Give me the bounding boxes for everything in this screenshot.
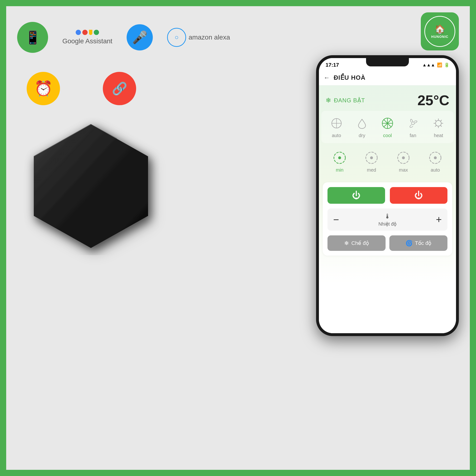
mode-heat-icon xyxy=(431,116,446,131)
hunonic-text: HUNONIC xyxy=(431,35,448,38)
svg-line-20 xyxy=(440,120,442,121)
svg-point-29 xyxy=(434,156,437,159)
google-assistant-label: Google Assistant xyxy=(62,37,112,45)
network-circle-icon: 🔗 xyxy=(103,72,136,105)
ac-status-row: ❄ ĐANG BẬT 25°C xyxy=(319,85,456,111)
mode-dry[interactable]: dry xyxy=(354,116,370,138)
svg-line-21 xyxy=(435,125,437,127)
mode-dry-label: dry xyxy=(359,133,365,138)
google-dots xyxy=(76,30,99,35)
hexagon-device xyxy=(17,117,165,255)
status-right-icons: ▲▲▲ 📶 🔋 xyxy=(423,62,449,68)
hexagon-svg xyxy=(17,117,165,255)
app-content: ❄ ĐANG BẬT 25°C auto xyxy=(319,85,456,333)
mode-heat[interactable]: heat xyxy=(431,116,446,138)
temperature-display: 25°C xyxy=(417,92,449,108)
ac-status-left: ❄ ĐANG BẬT xyxy=(325,96,365,104)
alexa-group: ○ amazon alexa xyxy=(167,28,230,47)
svg-point-25 xyxy=(370,156,373,159)
svg-point-12 xyxy=(411,122,414,125)
temp-center: 🌡 Nhiệt độ xyxy=(378,212,396,227)
app-header: ← ĐIỀU HOÀ xyxy=(319,70,456,85)
control-panel: ⏻ ⏻ − 🌡 Nhiệt độ + xyxy=(323,182,452,255)
mode-row: auto dry cool xyxy=(321,111,454,143)
mode-cool-icon xyxy=(380,116,395,131)
page-title: ĐIỀU HOÀ xyxy=(334,74,366,81)
speed-auto[interactable]: auto xyxy=(428,150,443,173)
alexa-circle-icon: ○ xyxy=(167,28,186,47)
speed-button-icon: 🌀 xyxy=(406,240,413,247)
svg-point-27 xyxy=(402,156,405,159)
phone-screen: 17:17 ▲▲▲ 📶 🔋 ← ĐIỀU HOÀ ❄ xyxy=(319,58,456,333)
speed-med[interactable]: med xyxy=(364,150,379,173)
mode-cool[interactable]: cool xyxy=(380,116,395,138)
mode-auto-icon xyxy=(329,116,344,131)
mid-icons-row: ⏰ 🔗 xyxy=(27,72,136,105)
google-assistant-group: Google Assistant xyxy=(62,30,112,45)
mic-group: 🎤 xyxy=(127,24,153,51)
speed-max[interactable]: max xyxy=(396,150,411,173)
power-on-icon: ⏻ xyxy=(352,190,360,200)
power-row: ⏻ ⏻ xyxy=(327,187,447,204)
mode-fan-icon xyxy=(405,116,421,131)
mode-button-icon: ❄ xyxy=(344,240,349,247)
temp-minus-button[interactable]: − xyxy=(333,214,339,225)
clock-circle-icon: ⏰ xyxy=(27,72,60,105)
speed-row: min med max xyxy=(321,145,454,178)
mode-heat-label: heat xyxy=(434,133,443,138)
status-time: 17:17 xyxy=(325,62,339,68)
mic-icon: 🎤 xyxy=(132,30,148,45)
google-dot-red xyxy=(82,30,87,35)
network-icon: 🔗 xyxy=(112,81,127,96)
svg-point-23 xyxy=(338,156,341,159)
mode-dry-icon xyxy=(354,116,370,131)
mode-auto-label: auto xyxy=(332,133,341,138)
google-dot-blue xyxy=(76,30,81,35)
phone-outer-shell: 17:17 ▲▲▲ 📶 🔋 ← ĐIỀU HOÀ ❄ xyxy=(316,55,459,336)
speed-button[interactable]: 🌀 Tốc độ xyxy=(389,235,447,251)
speed-min-label: min xyxy=(336,167,343,173)
thermometer-icon: 🌡 xyxy=(384,212,391,220)
speed-auto-label: auto xyxy=(431,167,440,173)
temp-plus-button[interactable]: + xyxy=(436,214,442,225)
speed-min-icon xyxy=(332,150,347,165)
svg-line-19 xyxy=(440,125,442,127)
ac-status-label: ĐANG BẬT xyxy=(334,97,365,104)
mic-circle: 🎤 xyxy=(127,24,153,51)
temp-control: − 🌡 Nhiệt độ + xyxy=(327,208,447,231)
speed-min[interactable]: min xyxy=(332,150,347,173)
power-on-button[interactable]: ⏻ xyxy=(327,187,385,204)
google-dot-green xyxy=(94,30,99,35)
mode-button[interactable]: ❄ Chế độ xyxy=(327,235,386,251)
svg-line-18 xyxy=(435,120,437,121)
alexa-o-text: ○ xyxy=(175,34,179,41)
top-icons-row: 📱 Google Assistant 🎤 ○ amazon alexa xyxy=(17,22,230,53)
battery-icon: 🔋 xyxy=(444,62,449,68)
power-off-button[interactable]: ⏻ xyxy=(390,187,447,204)
mode-auto[interactable]: auto xyxy=(329,116,344,138)
speed-max-icon xyxy=(396,150,411,165)
clock-icon: ⏰ xyxy=(34,80,52,97)
remote-icon: 📱 xyxy=(25,30,41,45)
mode-cool-label: cool xyxy=(383,133,392,138)
speed-max-label: max xyxy=(399,167,408,173)
speed-button-label: Tốc độ xyxy=(415,240,431,246)
speed-auto-icon xyxy=(428,150,443,165)
alexa-label: amazon alexa xyxy=(188,34,230,41)
power-off-icon: ⏻ xyxy=(414,190,423,200)
wifi-icon: 📶 xyxy=(437,62,442,68)
temp-label: Nhiệt độ xyxy=(378,221,396,227)
back-arrow-icon[interactable]: ← xyxy=(324,74,330,81)
signal-icon: ▲▲▲ xyxy=(423,63,435,68)
speed-med-label: med xyxy=(367,167,376,173)
bottom-buttons-row: ❄ Chế độ 🌀 Tốc độ xyxy=(327,235,447,251)
ac-unit-icon: ❄ xyxy=(325,96,331,104)
speed-med-icon xyxy=(364,150,379,165)
phone-device: 17:17 ▲▲▲ 📶 🔋 ← ĐIỀU HOÀ ❄ xyxy=(316,55,459,336)
mode-button-label: Chế độ xyxy=(351,240,369,246)
svg-marker-1 xyxy=(34,124,148,248)
hunonic-house-icon: 🏠 xyxy=(435,24,445,34)
mode-fan[interactable]: fan xyxy=(405,116,421,138)
mode-fan-label: fan xyxy=(409,133,416,138)
hunonic-logo: 🏠 HUNONIC xyxy=(421,12,459,51)
